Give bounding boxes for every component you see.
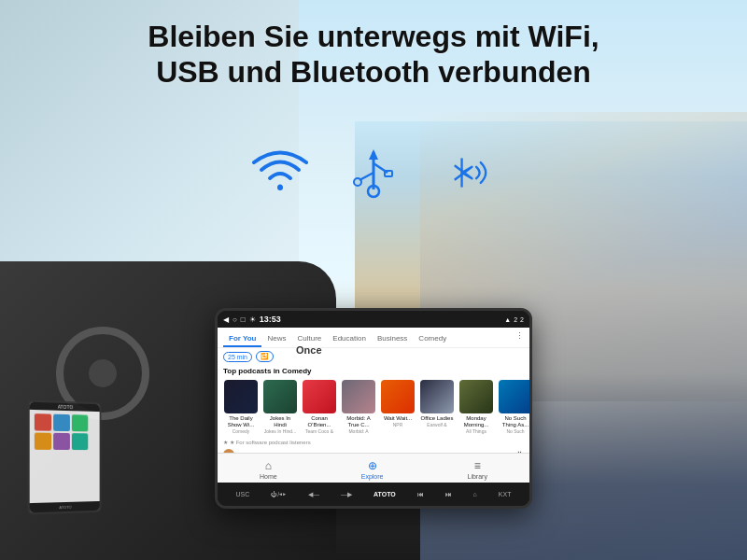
car-unit-screen: ATOTO ATOTO — [30, 402, 100, 513]
home-nav-label: Home — [260, 473, 277, 480]
tablet-body: ◀ ○ □ ☀ 13:53 ▲ 2 2 For You News Culture… — [215, 308, 532, 509]
main-tablet: ◀ ○ □ ☀ 13:53 ▲ 2 2 For You News Culture… — [215, 308, 532, 523]
car-home[interactable]: ⌂ — [473, 491, 477, 497]
podcast-cover-7 — [459, 380, 493, 413]
car-next[interactable]: ⏭ — [445, 491, 452, 497]
nav-library[interactable]: ≡ Library — [468, 459, 487, 480]
filter-row: 25 min 🔁 — [218, 348, 529, 365]
home-button[interactable]: ○ — [233, 315, 237, 324]
podcast-tabs[interactable]: For You News Culture Education Business … — [218, 328, 529, 348]
heading-line2: USB und Bluetooth verbunden — [0, 54, 747, 90]
car-unit-bar: USC ⏻/◀▶ ◀— —▶ ATOTO ⏮ ⏭ ⌂ KXT — [218, 483, 529, 506]
podcast-item-1[interactable]: The Daily Show Wi... Comedy — [223, 380, 259, 434]
explore-nav-label: Explore — [361, 473, 384, 480]
svg-line-5 — [359, 173, 374, 180]
podcast-item-6[interactable]: Office Ladies Earwolf & — [419, 380, 455, 434]
podcast-name-5: Wait Wait... — [381, 415, 415, 422]
bluetooth-icon — [434, 145, 500, 201]
wifi-icon — [247, 145, 313, 201]
podcast-item-5[interactable]: Wait Wait... NPR — [380, 380, 416, 434]
tab-comedy[interactable]: Comedy — [413, 331, 452, 347]
connectivity-icons — [247, 145, 500, 201]
library-nav-icon: ≡ — [474, 459, 481, 472]
podcast-cover-1 — [224, 380, 258, 413]
status-bar: ◀ ○ □ ☀ 13:53 ▲ 2 2 — [218, 311, 529, 328]
car-power[interactable]: ⏻/◀▶ — [271, 491, 287, 497]
once-text: Once — [296, 344, 322, 356]
tab-education[interactable]: Education — [327, 331, 372, 347]
heading-line1: Bleiben Sie unterwegs mit WiFi, — [0, 19, 747, 54]
tab-for-you[interactable]: For You — [223, 331, 261, 347]
brightness-icon[interactable]: ☀ — [249, 315, 256, 324]
nav-home[interactable]: ⌂ Home — [260, 459, 277, 480]
recent-button[interactable]: □ — [241, 315, 246, 324]
car-left-label: USC — [235, 491, 249, 497]
svg-point-0 — [277, 185, 283, 190]
car-vol-down[interactable]: ◀— — [308, 491, 319, 498]
podcast-name-2: Jokes In Hindi — [263, 415, 297, 428]
battery-status: 2 — [514, 316, 517, 323]
podcast-item-3[interactable]: Conan O'Brien... Team Coco & — [302, 380, 337, 434]
wifi-status-icon: ▲ — [504, 316, 511, 323]
svg-marker-2 — [369, 149, 378, 160]
podcast-cover-4 — [342, 380, 375, 413]
podcast-cover-8 — [499, 380, 529, 413]
tab-news[interactable]: News — [261, 331, 291, 347]
statusbar-nav: ◀ ○ □ ☀ 13:53 — [223, 315, 281, 324]
podcast-sub-6: Earwolf & — [427, 422, 446, 427]
podcast-name-1: The Daily Show Wi... — [224, 415, 258, 428]
podcast-name-7: Monday Morning... — [459, 415, 493, 428]
heading-container: Bleiben Sie unterwegs mit WiFi, USB und … — [0, 19, 747, 91]
car-unit-small: ATOTO ATOTO — [28, 400, 102, 515]
podcast-item-4[interactable]: Morbid: A True C... Morbid: A — [341, 380, 376, 434]
explore-nav-icon: ⊕ — [368, 459, 377, 472]
car-prev[interactable]: ⏮ — [417, 491, 424, 497]
svg-point-6 — [354, 178, 361, 186]
statusbar-icons: ▲ 2 2 — [504, 316, 524, 323]
section-title: Top podcasts in Comedy — [218, 365, 529, 377]
podcast-name-8: No Such Thing As... — [499, 415, 529, 428]
podcast-name-4: Morbid: A True C... — [342, 415, 375, 428]
duration-value: 25 min — [228, 354, 247, 360]
podcast-name-6: Office Ladies — [420, 415, 454, 422]
duration-filter[interactable]: 25 min — [223, 352, 252, 362]
tab-business[interactable]: Business — [372, 331, 413, 347]
podcast-sub-1: Comedy — [233, 428, 250, 434]
car-brand: ATOTO — [374, 491, 396, 497]
star-icon: ★ — [223, 439, 228, 445]
status-time: 13:53 — [260, 315, 281, 324]
podcast-sub-8: No Such — [506, 428, 524, 434]
car-unit-small-brand: ATOTO — [59, 504, 71, 509]
car-right-label: KXT — [499, 491, 512, 497]
podcast-name-3: Conan O'Brien... — [303, 415, 336, 428]
car-vol-up[interactable]: —▶ — [341, 491, 352, 498]
signal-status: 2 — [520, 316, 524, 323]
bottom-nav[interactable]: ⌂ Home ⊕ Explore ≡ Library — [218, 453, 529, 485]
heading-text: Bleiben Sie unterwegs mit WiFi, USB und … — [0, 19, 747, 91]
svg-rect-4 — [385, 171, 392, 176]
podcast-item-7[interactable]: Monday Morning... All Things — [458, 380, 494, 434]
podcast-grid: The Daily Show Wi... Comedy Jokes In Hin… — [218, 377, 529, 437]
podcast-cover-6 — [420, 380, 454, 413]
home-nav-icon: ⌂ — [265, 459, 272, 472]
back-button[interactable]: ◀ — [223, 315, 229, 324]
podcast-sub-4: Morbid: A — [348, 428, 368, 434]
podcast-sub-2: Jokes In Hind... — [264, 428, 296, 434]
library-nav-label: Library — [468, 473, 487, 480]
podcast-cover-3 — [303, 380, 336, 413]
listener-note: ★ ★ For software podcast listeners — [218, 437, 529, 447]
nav-explore[interactable]: ⊕ Explore — [361, 459, 384, 480]
podcast-item-2[interactable]: Jokes In Hindi Jokes In Hind... — [262, 380, 298, 434]
repeat-filter[interactable]: 🔁 — [256, 351, 274, 362]
podcast-item-8[interactable]: No Such Thing As... No Such — [498, 380, 529, 434]
podcast-sub-3: Team Coco & — [305, 428, 333, 434]
more-options-icon[interactable]: ⋮ — [515, 331, 524, 347]
podcast-sub-7: All Things — [466, 428, 486, 434]
tablet-screen: For You News Culture Education Business … — [218, 328, 529, 485]
listener-note-text: ★ For software podcast listeners — [230, 439, 311, 445]
podcast-sub-5: NPR — [393, 422, 403, 427]
podcast-cover-2 — [263, 380, 297, 413]
usb-icon — [341, 145, 406, 201]
podcast-cover-5 — [381, 380, 415, 413]
